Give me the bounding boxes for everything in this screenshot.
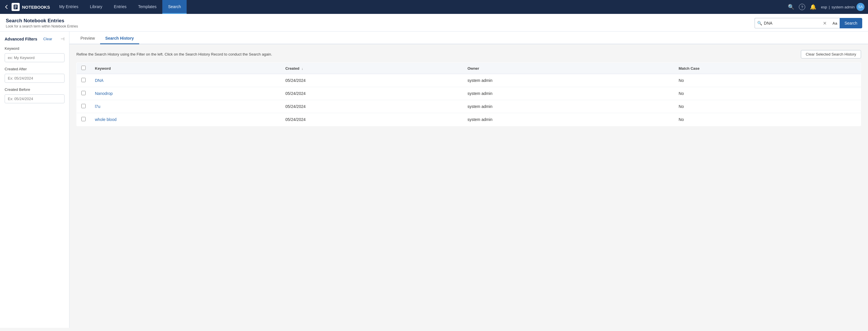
- nav-library[interactable]: Library: [84, 0, 108, 14]
- top-search-bar: 🔍 ✕ Aa Search: [754, 18, 862, 28]
- row-match-case: No: [674, 113, 861, 126]
- row-match-case: No: [674, 87, 861, 100]
- keyword-label: Keyword: [5, 46, 64, 51]
- nav-entries[interactable]: Entries: [108, 0, 132, 14]
- row-created: 05/24/2024: [281, 100, 463, 113]
- navbar: NOTEBOOKS My Entries Library Entries Tem…: [0, 0, 868, 14]
- logo-icon: [11, 3, 20, 11]
- sidebar-clear-link[interactable]: Clear: [43, 37, 52, 41]
- table-row: whole blood 05/24/2024 system admin No: [77, 113, 861, 126]
- row-checkbox[interactable]: [81, 117, 86, 121]
- col-created[interactable]: Created ↓: [281, 63, 463, 74]
- table-body: DNA 05/24/2024 system admin No Nanodrop …: [77, 74, 861, 126]
- content-panel: Refine the Search History using the Filt…: [69, 44, 868, 132]
- row-checkbox[interactable]: [81, 91, 86, 95]
- search-go-button[interactable]: Search: [840, 18, 862, 28]
- col-keyword: Keyword: [90, 63, 281, 74]
- created-before-filter-group: Created Before: [5, 87, 64, 103]
- user-esp: esp: [821, 5, 827, 9]
- user-info: esp | system admin SA: [821, 3, 865, 11]
- created-before-input[interactable]: [5, 94, 64, 103]
- back-button[interactable]: [3, 4, 9, 10]
- row-checkbox-cell: [77, 113, 91, 126]
- keyword-link[interactable]: DNA: [95, 78, 103, 83]
- row-checkbox-cell: [77, 87, 91, 100]
- content-info-text: Refine the Search History using the Filt…: [76, 52, 272, 56]
- row-owner: system admin: [463, 100, 674, 113]
- select-all-checkbox-cell: [77, 63, 91, 74]
- col-match-case: Match Case: [674, 63, 861, 74]
- global-search-icon[interactable]: 🔍: [788, 4, 794, 10]
- row-checkbox-cell: [77, 74, 91, 87]
- created-after-label: Created After: [5, 67, 64, 71]
- row-match-case: No: [674, 100, 861, 113]
- created-after-filter-group: Created After: [5, 67, 64, 83]
- tab-preview[interactable]: Preview: [75, 33, 100, 44]
- sidebar-collapse-button[interactable]: ⊣: [60, 36, 64, 42]
- sidebar-title: Advanced Filters: [5, 37, 37, 41]
- keyword-link[interactable]: l7u: [95, 104, 100, 109]
- keyword-link[interactable]: Nanodrop: [95, 91, 113, 96]
- search-icon: 🔍: [757, 21, 762, 26]
- row-created: 05/24/2024: [281, 87, 463, 100]
- row-owner: system admin: [463, 74, 674, 87]
- avatar[interactable]: SA: [857, 3, 865, 11]
- help-icon[interactable]: ?: [799, 4, 805, 10]
- row-created: 05/24/2024: [281, 74, 463, 87]
- table-row: Nanodrop 05/24/2024 system admin No: [77, 87, 861, 100]
- row-keyword: DNA: [90, 74, 281, 87]
- main-layout: Advanced Filters Clear ⊣ Keyword Created…: [0, 32, 868, 328]
- sort-icon: ↓: [302, 67, 303, 70]
- row-match-case: No: [674, 74, 861, 87]
- app-logo: NOTEBOOKS: [11, 3, 50, 11]
- select-all-checkbox[interactable]: [81, 66, 86, 70]
- search-input-wrap: 🔍 ✕: [754, 18, 830, 28]
- table-row: DNA 05/24/2024 system admin No: [77, 74, 861, 87]
- notifications-icon[interactable]: 🔔: [810, 4, 816, 10]
- search-clear-button[interactable]: ✕: [822, 21, 828, 26]
- nav-my-entries[interactable]: My Entries: [54, 0, 84, 14]
- keyword-link[interactable]: whole blood: [95, 117, 117, 122]
- search-input[interactable]: [764, 21, 822, 26]
- content-area: Preview Search History Refine the Search…: [69, 32, 868, 328]
- keyword-filter-group: Keyword: [5, 46, 64, 62]
- svg-rect-3: [14, 8, 16, 8]
- tabs: Preview Search History: [69, 32, 868, 44]
- clear-history-button[interactable]: Clear Selected Search History: [801, 50, 861, 58]
- svg-rect-1: [14, 5, 17, 6]
- row-owner: system admin: [463, 87, 674, 100]
- row-checkbox[interactable]: [81, 78, 86, 82]
- table-row: l7u 05/24/2024 system admin No: [77, 100, 861, 113]
- nav-templates[interactable]: Templates: [132, 0, 162, 14]
- table-header: Keyword Created ↓ Owner Match Case: [77, 63, 861, 74]
- content-info: Refine the Search History using the Filt…: [76, 50, 861, 58]
- svg-rect-2: [14, 7, 17, 7]
- page-subtitle: Look for a search term within Notebook E…: [6, 24, 78, 28]
- col-owner: Owner: [463, 63, 674, 74]
- match-case-button[interactable]: Aa: [830, 18, 840, 28]
- sidebar-header: Advanced Filters Clear ⊣: [5, 36, 64, 42]
- nav-items: My Entries Library Entries Templates Sea…: [54, 0, 187, 14]
- row-keyword: l7u: [90, 100, 281, 113]
- app-name: NOTEBOOKS: [22, 5, 50, 9]
- page-title-area: Search Notebook Entries Look for a searc…: [6, 18, 78, 28]
- row-checkbox-cell: [77, 100, 91, 113]
- created-after-input[interactable]: [5, 74, 64, 83]
- sidebar: Advanced Filters Clear ⊣ Keyword Created…: [0, 32, 69, 328]
- page-title: Search Notebook Entries: [6, 18, 78, 24]
- row-created: 05/24/2024: [281, 113, 463, 126]
- search-history-table: Keyword Created ↓ Owner Match Case DNA: [76, 62, 861, 126]
- nav-search[interactable]: Search: [162, 0, 187, 14]
- username: system admin: [832, 5, 855, 9]
- row-keyword: whole blood: [90, 113, 281, 126]
- tab-search-history[interactable]: Search History: [100, 33, 139, 44]
- row-owner: system admin: [463, 113, 674, 126]
- navbar-right: 🔍 ? 🔔 esp | system admin SA: [788, 3, 865, 11]
- row-checkbox[interactable]: [81, 104, 86, 108]
- keyword-input[interactable]: [5, 53, 64, 62]
- row-keyword: Nanodrop: [90, 87, 281, 100]
- page-header: Search Notebook Entries Look for a searc…: [0, 14, 868, 32]
- created-before-label: Created Before: [5, 87, 64, 92]
